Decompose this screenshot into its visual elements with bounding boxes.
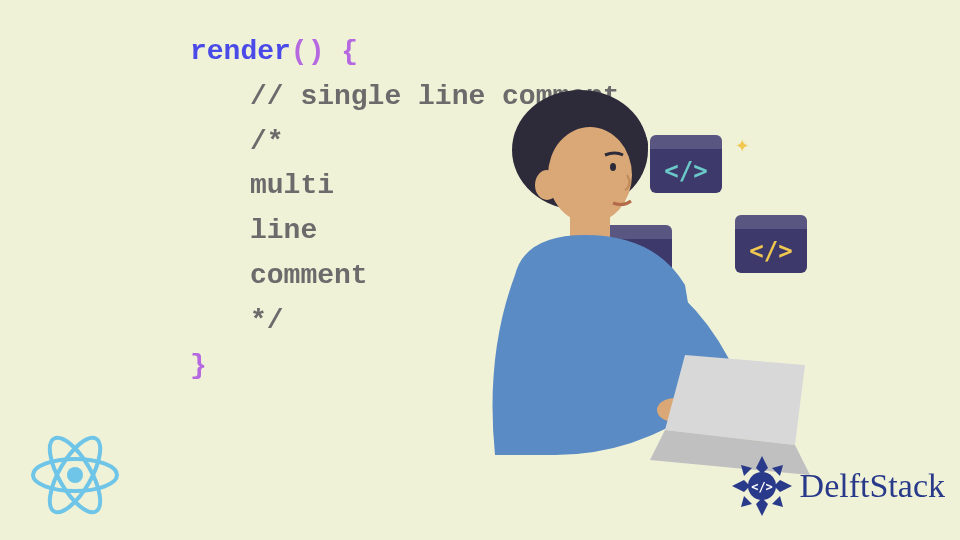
brace-open: { xyxy=(324,36,358,67)
delftstack-emblem-icon: </> xyxy=(728,452,796,520)
person-illustration xyxy=(455,75,815,515)
keyword-render: render xyxy=(190,36,291,67)
code-line-1: render() { xyxy=(190,30,620,75)
svg-point-7 xyxy=(610,163,616,171)
delftstack-text: DelftStack xyxy=(800,467,945,505)
svg-point-6 xyxy=(535,170,559,200)
svg-text:</>: </> xyxy=(751,480,773,494)
svg-point-5 xyxy=(548,127,632,223)
parens: () xyxy=(291,36,325,67)
delftstack-logo: </> DelftStack xyxy=(728,452,945,520)
svg-point-3 xyxy=(517,120,553,160)
svg-point-14 xyxy=(67,467,83,483)
react-logo-icon xyxy=(25,430,125,525)
